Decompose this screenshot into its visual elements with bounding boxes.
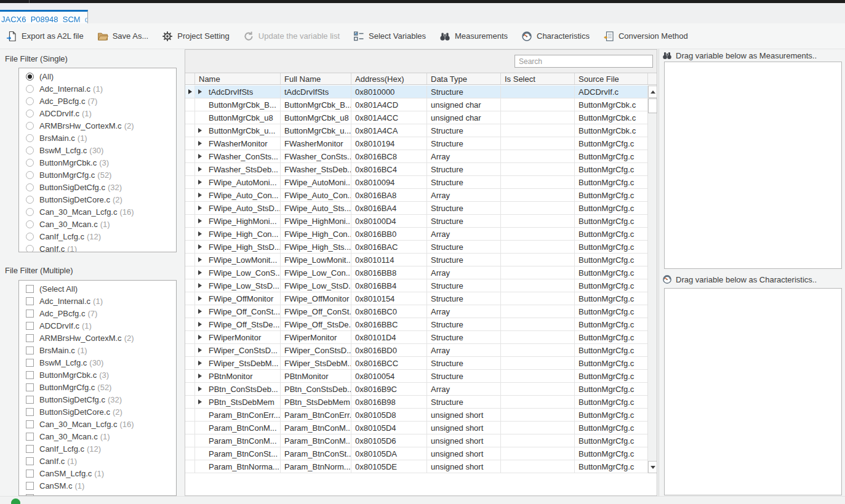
file-filter-single-item[interactable]: Can_30_Mcan_Lcfg.c (16) (19, 206, 176, 218)
export-a2l-button[interactable]: Export as A2L file (6, 31, 84, 42)
table-row[interactable]: FWipe_High_StsD... FWipe_High_Sts... 0x8… (185, 241, 648, 254)
scroll-up-button[interactable] (648, 86, 657, 98)
radio-button-icon[interactable] (26, 183, 34, 191)
row-expander-cell[interactable] (195, 434, 205, 447)
table-row[interactable]: Param_BtnNorma... Param_BtnNorm... 0x801… (185, 460, 648, 473)
radio-button-icon[interactable] (26, 97, 34, 105)
file-filter-single-item[interactable]: CanIf_Lcfg.c (12) (19, 230, 176, 242)
file-filter-single-item[interactable]: BrsMain.c (1) (19, 132, 176, 144)
file-filter-single-item[interactable]: ButtonSigDetCore.c (2) (19, 193, 176, 206)
table-row[interactable]: ButtonMgrCbk_u... ButtonMgrCbk_u... 0x80… (185, 124, 648, 137)
table-row[interactable]: tAdcDrvIfSts tAdcDrvIfSts 0x8010000 Stru… (185, 86, 648, 98)
row-expander-cell[interactable] (195, 279, 205, 292)
table-row[interactable]: Param_BtnConErr... Param_BtnConErr... 0x… (185, 409, 648, 422)
checkbox-icon[interactable] (26, 445, 34, 453)
radio-button-icon[interactable] (26, 110, 34, 118)
checkbox-icon[interactable] (26, 433, 34, 441)
row-expander-cell[interactable] (195, 111, 205, 124)
row-expander-cell[interactable] (195, 202, 205, 214)
file-filter-multiple-item[interactable]: BswM_Lcfg.c (30) (19, 356, 176, 369)
checkbox-icon[interactable] (26, 322, 34, 330)
radio-button-icon[interactable] (26, 122, 34, 130)
radio-button-icon[interactable] (26, 134, 34, 142)
file-filter-single-item[interactable]: BswM_Lcfg.c (30) (19, 144, 176, 156)
checkbox-icon[interactable] (26, 457, 34, 465)
table-row[interactable]: FWipe_LowMonit... FWipe_LowMonit... 0x80… (185, 254, 648, 266)
file-filter-single-item[interactable]: Adc_PBcfg.c (7) (19, 95, 176, 107)
table-row[interactable]: FWipe_Low_ConS... FWipe_Low_Con... 0x801… (185, 266, 648, 279)
file-filter-multiple-list[interactable]: (Select All) Adc_Internal.c (1) Adc_PBcf… (18, 280, 177, 496)
file-filter-multiple-item[interactable]: CanIf.c (1) (19, 455, 176, 467)
checkbox-icon[interactable] (26, 383, 34, 391)
file-filter-single-list[interactable]: (All) Adc_Internal.c (1) Adc_PBcfg.c (7)… (18, 68, 177, 252)
radio-button-icon[interactable] (26, 159, 34, 167)
search-input[interactable] (515, 55, 653, 68)
file-filter-multiple-item[interactable]: Can_30_Mcan_Lcfg.c (16) (19, 418, 176, 430)
file-filter-single-item[interactable]: ADCDrvIf.c (1) (19, 107, 176, 119)
file-filter-single-item[interactable]: CanIf.c (1) (19, 242, 176, 252)
radio-button-icon[interactable] (26, 73, 34, 81)
select-variables-button[interactable]: Select Variables (353, 31, 426, 42)
file-filter-multiple-item[interactable]: ButtonSigDetCfg.c (32) (19, 393, 176, 406)
table-row[interactable]: Param_BtnConM... Param_BtnConM... 0x8010… (185, 422, 648, 434)
row-expander-cell[interactable] (195, 124, 205, 137)
radio-button-icon[interactable] (26, 171, 34, 179)
column-header-source-file[interactable]: Source File (575, 73, 648, 84)
row-expander-cell[interactable] (195, 344, 205, 356)
checkbox-icon[interactable] (26, 346, 34, 354)
row-expander-cell[interactable] (195, 422, 205, 434)
file-filter-multiple-item[interactable]: CanSM.c (1) (19, 479, 176, 492)
file-filter-single-item[interactable]: ButtonSigDetCfg.c (32) (19, 181, 176, 193)
file-filter-multiple-item[interactable]: CanTp_Lcfg.c (7) (19, 492, 176, 496)
radio-button-icon[interactable] (26, 220, 34, 228)
row-expander-cell[interactable] (195, 266, 205, 279)
row-expander-cell[interactable] (195, 150, 205, 162)
table-vertical-scrollbar[interactable] (647, 86, 657, 473)
row-expander-cell[interactable] (195, 228, 205, 240)
row-expander-cell[interactable] (195, 254, 205, 266)
file-filter-multiple-item[interactable]: CanSM_Lcfg.c (1) (19, 467, 176, 479)
row-expander-cell[interactable] (195, 396, 205, 408)
file-filter-multiple-item[interactable]: ADCDrvIf.c (1) (19, 319, 176, 332)
checkbox-icon[interactable] (26, 396, 34, 404)
radio-button-icon[interactable] (26, 208, 34, 216)
row-expander-cell[interactable] (195, 409, 205, 421)
file-filter-single-item[interactable]: (All) (19, 70, 176, 82)
table-row[interactable]: Param_BtnConSt... Param_BtnConSt... 0x80… (185, 447, 648, 460)
table-row[interactable]: ButtonMgrCbk_u8 ButtonMgrCbk_u8 0x801A4C… (185, 111, 648, 124)
checkbox-icon[interactable] (26, 334, 34, 342)
radio-button-icon[interactable] (26, 233, 34, 241)
row-expander-cell[interactable] (195, 189, 205, 201)
checkbox-icon[interactable] (26, 371, 34, 379)
save-as-button[interactable]: Save As... (97, 31, 149, 42)
checkbox-icon[interactable] (26, 420, 34, 428)
table-row[interactable]: PBtn_ConStsDeb... PBtn_ConStsDeb... 0x80… (185, 383, 648, 396)
row-expander-cell[interactable] (195, 98, 205, 111)
file-filter-multiple-item[interactable]: CanIf_Lcfg.c (12) (19, 442, 176, 455)
table-row[interactable]: FWipe_Auto_Con... FWipe_Auto_Con... 0x80… (185, 189, 648, 202)
row-expander-cell[interactable] (195, 370, 205, 382)
file-filter-multiple-item[interactable]: ButtonMgrCbk.c (3) (19, 369, 176, 381)
file-filter-single-item[interactable]: ButtonMgrCfg.c (52) (19, 169, 176, 181)
table-row[interactable]: FWipe_HighMoni... FWipe_HighMoni... 0x80… (185, 215, 648, 228)
table-row[interactable]: FWasher_StsDeb... FWasher_StsDeb... 0x80… (185, 163, 648, 176)
row-expander-cell[interactable] (195, 383, 205, 395)
column-header-full-name[interactable]: Full Name (281, 73, 351, 84)
file-filter-single-item[interactable]: ARMBrsHw_CortexM.c (2) (19, 119, 176, 132)
file-filter-single-item[interactable]: Adc_Internal.c (1) (19, 82, 176, 95)
column-header-is-select[interactable]: Is Select (501, 73, 575, 84)
table-row[interactable]: PBtnMonitor PBtnMonitor 0x8010054 Struct… (185, 370, 648, 383)
table-row[interactable]: FWipe_Auto_StsD... FWipe_Auto_Sts... 0x8… (185, 202, 648, 215)
characteristics-button[interactable]: Characteristics (521, 31, 590, 42)
scrollbar-thumb[interactable] (648, 98, 657, 113)
table-row[interactable]: FWipe_High_Con... FWipe_High_Con... 0x80… (185, 228, 648, 241)
row-expander-cell[interactable] (195, 292, 205, 305)
table-row[interactable]: FWipe_Low_StsD... FWipe_Low_StsD... 0x80… (185, 279, 648, 292)
row-expander-cell[interactable] (195, 447, 205, 460)
column-header-address[interactable]: Address(Hex) (351, 73, 427, 84)
radio-button-icon[interactable] (26, 196, 34, 204)
file-filter-multiple-item[interactable]: ButtonSigDetCore.c (2) (19, 406, 176, 418)
row-expander-cell[interactable] (195, 176, 205, 188)
scroll-down-button[interactable] (648, 461, 657, 473)
file-filter-single-item[interactable]: ButtonMgrCbk.c (3) (19, 156, 176, 169)
